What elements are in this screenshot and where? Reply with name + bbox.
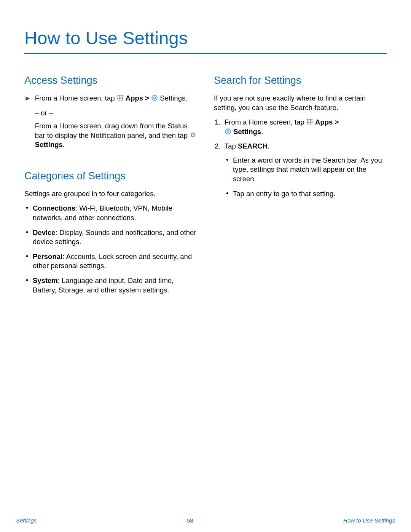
arrow-icon: ► <box>24 94 31 103</box>
page-footer: Settings 58 How to Use Settings <box>0 517 411 524</box>
text: From a Home screen, tap <box>225 118 306 126</box>
svg-point-31 <box>307 124 308 125</box>
svg-point-7 <box>122 96 123 97</box>
svg-point-19 <box>307 119 308 120</box>
svg-point-4 <box>117 96 118 97</box>
apps-label: Apps <box>315 118 333 126</box>
list-item: Connections: Wi-Fi, Bluetooth, VPN, Mobi… <box>24 204 197 222</box>
content-columns: Access Settings ► From a Home screen, ta… <box>24 74 387 300</box>
gear-icon <box>190 132 196 139</box>
settings-bold: Settings <box>233 128 261 136</box>
search-steps: From a Home screen, tap Apps > Settings.… <box>214 118 387 198</box>
settings-gear-icon <box>151 94 158 101</box>
page-number: 58 <box>187 517 193 524</box>
apps-grid-icon <box>306 118 313 125</box>
or-text: – or – <box>35 109 197 118</box>
svg-point-34 <box>311 124 312 125</box>
svg-point-17 <box>154 97 156 99</box>
svg-point-14 <box>120 99 121 101</box>
footer-left: Settings <box>16 517 37 524</box>
svg-point-8 <box>117 98 118 99</box>
step-item: From a Home screen, tap Apps > Settings. <box>214 118 387 136</box>
svg-point-5 <box>119 96 120 97</box>
svg-point-0 <box>117 95 118 96</box>
svg-point-1 <box>119 95 120 96</box>
svg-point-27 <box>307 122 308 123</box>
list-item: Tap an entry to go to that setting. <box>225 189 387 199</box>
heading-search-settings: Search for Settings <box>214 74 387 88</box>
apps-grid-icon <box>117 94 124 101</box>
categories-intro: Settings are grouped in to four categori… <box>24 189 197 199</box>
svg-point-29 <box>310 122 311 123</box>
svg-point-30 <box>311 122 312 123</box>
search-label: SEARCH <box>238 142 268 150</box>
text: From a Home screen, tap <box>35 94 117 102</box>
svg-point-33 <box>310 124 311 125</box>
list-item: Device: Display, Sounds and notification… <box>24 228 197 247</box>
svg-point-18 <box>192 134 194 136</box>
svg-point-10 <box>120 98 121 99</box>
svg-point-16 <box>152 95 157 101</box>
right-column: Search for Settings If you are not sure … <box>214 74 387 300</box>
page-title: How to Use Settings <box>24 27 387 53</box>
svg-point-28 <box>308 122 309 123</box>
text: From a Home screen, drag down from the S… <box>35 122 190 139</box>
list-item: System: Language and input, Date and tim… <box>24 276 197 295</box>
svg-point-12 <box>117 99 118 101</box>
left-column: Access Settings ► From a Home screen, ta… <box>24 74 197 300</box>
list-item: Enter a word or words in the Search bar.… <box>225 156 387 184</box>
search-intro: If you are not sure exactly where to fin… <box>214 94 387 112</box>
svg-point-20 <box>308 119 309 120</box>
text: Tap <box>225 142 238 150</box>
svg-point-36 <box>227 130 229 132</box>
svg-point-25 <box>310 120 311 121</box>
svg-point-21 <box>310 119 311 120</box>
svg-point-35 <box>225 129 231 134</box>
svg-point-23 <box>307 120 308 121</box>
svg-point-32 <box>308 124 309 125</box>
list-item: Personal: Accounts, Lock screen and secu… <box>24 252 197 271</box>
access-instruction: ► From a Home screen, tap Apps > Setting… <box>24 94 197 155</box>
svg-point-22 <box>311 119 312 120</box>
title-rule <box>24 53 387 54</box>
svg-point-24 <box>308 120 309 121</box>
settings-gear-icon <box>225 128 231 135</box>
settings-bold: Settings <box>35 141 63 149</box>
heading-categories: Categories of Settings <box>24 169 197 183</box>
search-sub-bullets: Enter a word or words in the Search bar.… <box>225 156 387 198</box>
step-item: Tap SEARCH. Enter a word or words in the… <box>214 142 387 198</box>
footer-right: How to Use Settings <box>343 517 395 524</box>
categories-list: Connections: Wi-Fi, Bluetooth, VPN, Mobi… <box>24 204 197 295</box>
svg-point-2 <box>120 95 121 96</box>
svg-point-26 <box>311 120 312 121</box>
heading-access-settings: Access Settings <box>24 74 197 88</box>
apps-label: Apps <box>126 94 143 102</box>
svg-point-3 <box>122 95 123 96</box>
svg-point-13 <box>119 99 120 101</box>
svg-point-11 <box>122 98 123 99</box>
svg-point-6 <box>120 96 121 97</box>
settings-label: Settings. <box>160 94 187 102</box>
svg-point-9 <box>119 98 120 99</box>
svg-point-15 <box>122 99 123 101</box>
